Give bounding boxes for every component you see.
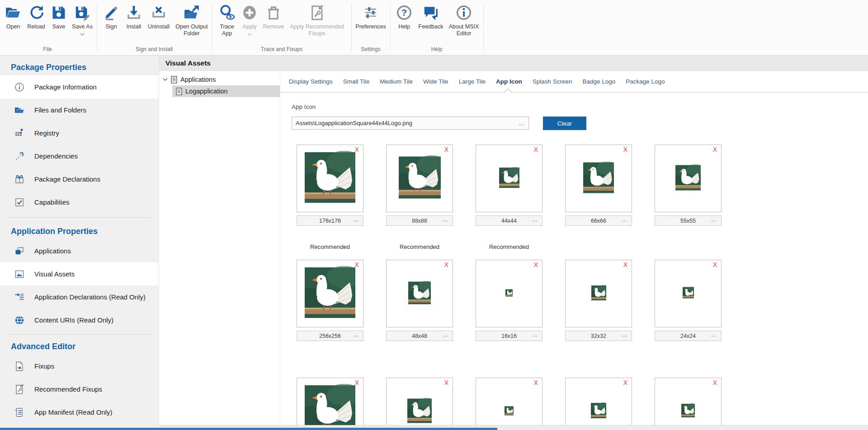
sidebar-item-applications[interactable]: Applications <box>0 239 159 262</box>
trace-app-icon <box>214 2 240 23</box>
chevron-down-icon[interactable] <box>163 78 168 81</box>
tab-app-icon[interactable]: App Icon <box>496 78 522 85</box>
asset-size-label: 176x176… <box>297 215 363 226</box>
asset-size-label: 48x48… <box>386 331 453 341</box>
tab-large-tile[interactable]: Large Tile <box>459 78 486 85</box>
about-msix-editor-button[interactable]: About MSIX Editor <box>444 2 483 37</box>
remove-asset-button[interactable]: X <box>623 146 627 153</box>
dove-image <box>305 151 355 206</box>
dependency-arrow-icon <box>14 150 25 162</box>
sidebar-item-package-information[interactable]: Package Information <box>0 75 159 98</box>
remove-asset-button[interactable]: X <box>623 262 627 268</box>
asset-more-button[interactable]: … <box>622 216 627 223</box>
tab-wide-tile[interactable]: Wide Tile <box>423 78 448 85</box>
remove-asset-button[interactable]: X <box>713 146 717 153</box>
sidebar-item-label: Fixups <box>34 362 54 370</box>
remove-asset-button[interactable]: X <box>444 146 448 153</box>
remove-asset-button[interactable]: X <box>534 146 538 153</box>
checkbox-icon <box>14 196 25 208</box>
sidebar-item-content-uris[interactable]: Content URIs (Read Only) <box>0 308 159 332</box>
apply-button[interactable]: Apply <box>238 2 261 34</box>
apply-recommended-fixups-button[interactable]: Apply Recommended Fixups <box>283 2 351 37</box>
asset-size-label: 24x24… <box>655 331 722 341</box>
sidebar-item-files-and-folders[interactable]: Files and Folders <box>0 98 159 122</box>
tree-node-label: Applications <box>180 76 216 83</box>
remove-asset-button[interactable]: X <box>355 146 359 153</box>
asset-size-label: 66x66… <box>565 215 632 226</box>
asset-more-button[interactable]: … <box>532 216 538 223</box>
remove-asset-button[interactable]: X <box>444 262 448 268</box>
dove-image <box>591 402 606 421</box>
reload-button[interactable]: Reload <box>24 2 48 30</box>
tab-splash-screen[interactable]: Splash Screen <box>533 78 572 85</box>
open-output-folder-button[interactable]: Open Output Folder <box>169 2 214 37</box>
sidebar-item-registry[interactable]: Registry <box>0 122 159 145</box>
sidebar-item-fixups[interactable]: Fixups <box>0 355 159 378</box>
asset-size-text: 16x16 <box>501 333 517 339</box>
feedback-button[interactable]: Feedback <box>415 2 447 30</box>
sign-button[interactable]: Sign <box>100 2 123 30</box>
ribbon-separator <box>212 4 212 51</box>
horizontal-scrollbar-thumb[interactable] <box>0 428 497 430</box>
ribbon-toolbar: Open Reload Save Save As Si <box>0 0 868 56</box>
remove-asset-button[interactable]: X <box>355 262 359 268</box>
tab-small-tile[interactable]: Small Tile <box>343 78 370 85</box>
sidebar-item-label: Registry <box>34 129 59 137</box>
remove-asset-button[interactable]: X <box>355 379 359 386</box>
fixups-page-icon <box>14 360 25 372</box>
sidebar-item-recommended-fixups[interactable]: Recommended Fixups <box>0 378 159 401</box>
help-button[interactable]: ? Help <box>394 2 415 30</box>
asset-more-button[interactable]: … <box>443 216 448 223</box>
save-as-button[interactable]: Save As <box>69 2 96 34</box>
preferences-button[interactable]: Preferences <box>352 2 390 30</box>
about-msix-editor-button-label: About MSIX Editor <box>444 23 483 37</box>
trace-app-button[interactable]: Trace App <box>214 2 240 37</box>
tab-package-logo[interactable]: Package Logo <box>626 78 665 85</box>
ribbon-group-trace-and-fixups: Trace and Fixups <box>261 46 302 52</box>
ribbon-group-help: Help <box>431 46 443 52</box>
asset-tile: X <box>297 378 363 425</box>
asset-more-button[interactable]: … <box>711 216 717 223</box>
sidebar-item-label: App Manifest (Read Only) <box>34 408 113 416</box>
sidebar-heading-application-properties: Application Properties <box>0 221 159 239</box>
save-button[interactable]: Save <box>47 2 70 30</box>
tab-display-settings[interactable]: Display Settings <box>289 78 333 85</box>
asset-more-button[interactable]: … <box>711 332 717 338</box>
page-title-bar: Visual Assets <box>159 56 868 71</box>
sidebar-item-capabilities[interactable]: Capabilities <box>0 191 159 214</box>
asset-tile-176x176: X <box>297 145 363 212</box>
sidebar-item-dependencies[interactable]: Dependencies <box>0 145 159 168</box>
remove-asset-button[interactable]: X <box>534 379 538 386</box>
open-button[interactable]: Open <box>2 2 24 30</box>
sign-pencil-icon <box>100 2 123 23</box>
tree-node-applications[interactable]: Applications <box>159 74 280 85</box>
tab-medium-tile[interactable]: Medium Tile <box>380 78 413 85</box>
chevron-down-icon <box>69 31 96 34</box>
asset-more-button[interactable]: … <box>353 216 359 223</box>
asset-more-button[interactable]: … <box>353 332 359 338</box>
sidebar-item-visual-assets[interactable]: Visual Assets <box>0 262 159 285</box>
apply-button-label: Apply <box>238 23 261 30</box>
remove-asset-button[interactable]: X <box>444 379 448 386</box>
open-button-label: Open <box>2 23 24 30</box>
tree-node-logapplication[interactable]: Logapplication <box>172 85 280 97</box>
preferences-button-label: Preferences <box>352 23 390 30</box>
save-as-button-label: Save As <box>69 23 96 30</box>
sidebar-item-app-manifest[interactable]: App Manifest (Read Only) <box>0 401 159 424</box>
asset-more-button[interactable]: … <box>443 332 448 338</box>
remove-asset-button[interactable]: X <box>534 262 538 268</box>
remove-asset-button[interactable]: X <box>713 262 717 268</box>
asset-more-button[interactable]: … <box>622 332 627 338</box>
open-output-folder-button-label: Open Output Folder <box>169 23 214 37</box>
sidebar-item-application-declarations[interactable]: Application Declarations (Read Only) <box>0 285 159 308</box>
sidebar-item-package-declarations[interactable]: Package Declarations <box>0 168 159 191</box>
asset-size-text: 48x48 <box>412 333 427 339</box>
ribbon-separator <box>97 4 97 51</box>
remove-asset-button[interactable]: X <box>713 379 717 386</box>
sidebar: Package Properties Package Information F… <box>0 56 159 428</box>
remove-asset-button[interactable]: X <box>623 379 627 386</box>
install-button[interactable]: Install <box>122 2 146 30</box>
tab-badge-logo[interactable]: Badge Logo <box>582 78 615 85</box>
dove-image <box>499 167 519 190</box>
asset-more-button[interactable]: … <box>532 332 538 338</box>
